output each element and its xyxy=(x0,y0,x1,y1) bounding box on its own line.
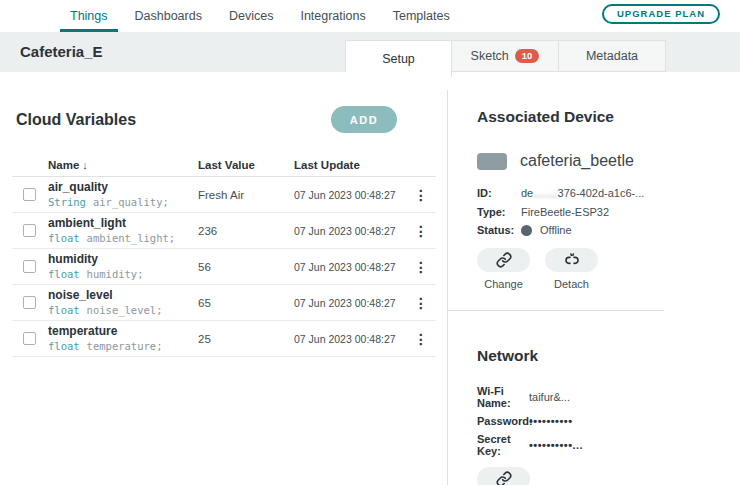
upgrade-plan-button[interactable]: UPGRADE PLAN xyxy=(602,4,720,24)
variable-declaration: floattemperature; xyxy=(48,340,198,353)
device-name: cafeteria_beetle xyxy=(520,152,634,170)
link-icon xyxy=(496,252,512,268)
variable-last-update: 07 Jun 2023 00:48:27 xyxy=(294,261,406,273)
nav-item-templates[interactable]: Templates xyxy=(393,0,450,32)
change-device-button[interactable] xyxy=(477,248,530,272)
secret-key-label: Secret Key: xyxy=(477,433,529,457)
row-checkbox[interactable] xyxy=(23,332,36,345)
nav-item-things[interactable]: Things xyxy=(70,0,108,32)
detach-device-label: Detach xyxy=(554,278,589,290)
table-row-air-quality: air_quality Stringair_quality; Fresh Air… xyxy=(12,177,436,213)
nav-item-devices[interactable]: Devices xyxy=(229,0,273,32)
variable-last-value: Fresh Air xyxy=(198,189,294,201)
network-actions: Change xyxy=(477,467,740,485)
variable-name: air_quality xyxy=(48,181,198,194)
row-checkbox[interactable] xyxy=(23,296,36,309)
table-row-humidity: humidity floathumidity; 56 07 Jun 2023 0… xyxy=(12,249,436,285)
variable-name: ambient_light xyxy=(48,217,198,230)
password-value: •••••••••• xyxy=(529,415,573,427)
change-device-label: Change xyxy=(484,278,523,290)
column-header-last-update: Last Update xyxy=(294,159,406,171)
table-row-ambient-light: ambient_light floatambient_light; 236 07… xyxy=(12,213,436,249)
associated-device-title: Associated Device xyxy=(477,108,740,126)
variables-table-header: Name↓ Last Value Last Update xyxy=(12,153,436,177)
tab-metadata[interactable]: Metadata xyxy=(559,40,666,72)
row-menu-icon[interactable]: ⋮ xyxy=(406,296,436,310)
detach-device-button[interactable] xyxy=(545,248,598,272)
variable-declaration: floatambient_light; xyxy=(48,232,198,245)
section-divider xyxy=(447,310,664,311)
tab-sketch-label: Sketch xyxy=(471,49,509,63)
variable-declaration: Stringair_quality; xyxy=(48,196,198,209)
things-setup-page: Things Dashboards Devices Integrations T… xyxy=(0,0,740,485)
wifi-name-value: taifur&... xyxy=(529,391,570,403)
variable-last-value: 65 xyxy=(198,297,294,309)
table-row-temperature: temperature floattemperature; 25 07 Jun … xyxy=(12,321,436,357)
secret-key-value: ••••••••••... xyxy=(529,439,583,451)
row-menu-icon[interactable]: ⋮ xyxy=(406,332,436,346)
variable-name: temperature xyxy=(48,325,198,338)
cloud-variables-panel: Cloud Variables ADD Name↓ Last Value Las… xyxy=(0,72,447,485)
top-navigation: Things Dashboards Devices Integrations T… xyxy=(0,0,740,32)
device-status-label: Status: xyxy=(477,224,521,236)
variable-last-update: 07 Jun 2023 00:48:27 xyxy=(294,333,406,345)
row-menu-icon[interactable]: ⋮ xyxy=(406,224,436,238)
column-header-last-value: Last Value xyxy=(198,159,294,171)
variable-declaration: floatnoise_level; xyxy=(48,304,198,317)
network-info: Wi-Fi Name: taifur&... Password: •••••••… xyxy=(477,385,740,457)
variable-last-value: 25 xyxy=(198,333,294,345)
device-type-label: Type: xyxy=(477,206,521,218)
device-summary: cafeteria_beetle xyxy=(477,152,740,170)
variable-name: humidity xyxy=(48,253,198,266)
device-id-label: ID: xyxy=(477,187,521,199)
change-network-button[interactable] xyxy=(477,467,530,485)
sketch-count-badge: 10 xyxy=(515,49,540,63)
tab-setup-label: Setup xyxy=(382,52,415,66)
variable-last-value: 236 xyxy=(198,225,294,237)
device-board-icon xyxy=(477,153,507,170)
variables-table: Name↓ Last Value Last Update air_quality… xyxy=(12,153,436,357)
device-status-value: Offline xyxy=(540,224,572,236)
copy-id-icon[interactable] xyxy=(649,186,662,200)
variable-last-value: 56 xyxy=(198,261,294,273)
device-actions: Change Detach xyxy=(477,248,740,290)
device-info: ID: de......376-402d-a1c6-... Type: Fire… xyxy=(477,186,740,236)
row-checkbox[interactable] xyxy=(23,224,36,237)
variable-last-update: 07 Jun 2023 00:48:27 xyxy=(294,297,406,309)
wifi-name-label: Wi-Fi Name: xyxy=(477,385,529,409)
device-panel: Associated Device cafeteria_beetle ID: d… xyxy=(460,72,740,485)
row-menu-icon[interactable]: ⋮ xyxy=(406,188,436,202)
column-header-name[interactable]: Name↓ xyxy=(48,159,198,171)
row-checkbox[interactable] xyxy=(23,188,36,201)
variable-declaration: floathumidity; xyxy=(48,268,198,281)
column-name-label: Name xyxy=(48,159,79,171)
panel-divider xyxy=(447,90,448,485)
device-type-value: FireBeetle-ESP32 xyxy=(521,206,609,218)
row-checkbox[interactable] xyxy=(23,260,36,273)
cloud-variables-title: Cloud Variables xyxy=(16,111,136,129)
nav-item-dashboards[interactable]: Dashboards xyxy=(135,0,202,32)
thing-title: Cafeteria_E xyxy=(20,32,103,72)
broken-link-icon xyxy=(564,252,580,268)
nav-item-integrations[interactable]: Integrations xyxy=(300,0,365,32)
variable-last-update: 07 Jun 2023 00:48:27 xyxy=(294,225,406,237)
tab-sketch[interactable]: Sketch 10 xyxy=(452,40,559,72)
row-menu-icon[interactable]: ⋮ xyxy=(406,260,436,274)
network-title: Network xyxy=(477,347,740,365)
add-variable-button[interactable]: ADD xyxy=(331,106,397,133)
status-offline-dot xyxy=(521,225,532,236)
password-label: Password: xyxy=(477,415,529,427)
tab-metadata-label: Metadata xyxy=(586,49,638,63)
variable-last-update: 07 Jun 2023 00:48:27 xyxy=(294,189,406,201)
sort-desc-icon: ↓ xyxy=(82,159,88,171)
variable-name: noise_level xyxy=(48,289,198,302)
link-icon xyxy=(496,471,512,485)
table-row-noise-level: noise_level floatnoise_level; 65 07 Jun … xyxy=(12,285,436,321)
device-id-value: de......376-402d-a1c6-... xyxy=(521,187,644,199)
